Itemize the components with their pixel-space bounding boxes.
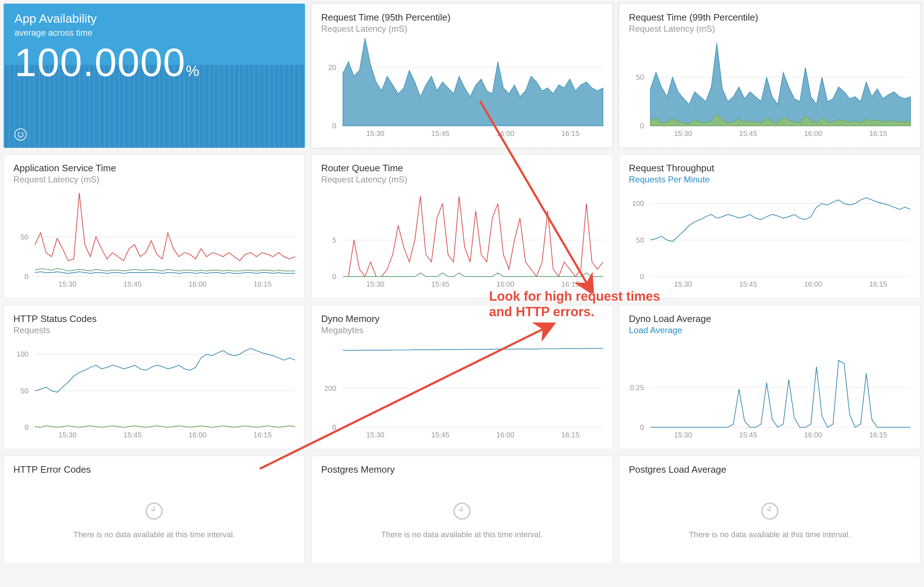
card-title: Postgres Load Average: [629, 464, 911, 475]
card-http-status-codes[interactable]: HTTP Status Codes Requests 05010015:3015…: [3, 305, 305, 449]
card-title: Request Time (95th Percentile): [321, 12, 603, 23]
clock-icon: [453, 503, 471, 520]
no-data-panel: There is no data available at this time …: [312, 503, 612, 539]
card-postgres-memory[interactable]: Postgres Memory There is no data availab…: [312, 456, 613, 564]
chart-request-time-95: 02015:3015:4516:0016:15: [321, 38, 603, 140]
card-title: Application Service Time: [13, 163, 295, 174]
no-data-panel: There is no data available at this time …: [4, 503, 305, 539]
card-postgres-load-average[interactable]: Postgres Load Average There is no data a…: [619, 456, 921, 564]
card-request-time-95[interactable]: Request Time (95th Percentile) Request L…: [312, 3, 613, 148]
clock-icon: [145, 503, 163, 520]
chart-router-queue: 0515:3015:4516:0016:15: [321, 189, 603, 291]
card-title: Dyno Load Average: [629, 313, 911, 324]
card-router-queue-time[interactable]: Router Queue Time Request Latency (mS) 0…: [312, 154, 613, 299]
card-request-time-99[interactable]: Request Time (99th Percentile) Request L…: [619, 3, 921, 148]
card-title: Dyno Memory: [321, 313, 603, 324]
card-title: HTTP Status Codes: [13, 313, 295, 324]
chart-http-codes: 05010015:3015:4516:0016:15: [13, 340, 295, 442]
chart-request-time-99: 05015:3015:4516:0016:15: [629, 38, 911, 140]
card-subtitle[interactable]: Requests Per Minute: [629, 174, 911, 184]
card-title: HTTP Error Codes: [13, 464, 295, 475]
card-title: Router Queue Time: [321, 163, 603, 174]
card-subtitle[interactable]: Load Average: [629, 325, 911, 335]
card-dyno-memory[interactable]: Dyno Memory Megabytes 020015:3015:4516:0…: [312, 305, 613, 449]
smile-icon: [15, 128, 27, 141]
card-title: Request Time (99th Percentile): [629, 12, 911, 23]
card-subtitle: Request Latency (mS): [629, 24, 911, 34]
no-data-panel: There is no data available at this time …: [619, 503, 920, 539]
card-subtitle: Request Latency (mS): [321, 24, 603, 34]
card-dyno-load-average[interactable]: Dyno Load Average Load Average 00.2515:3…: [619, 305, 921, 449]
availability-title: App Availability: [15, 12, 294, 26]
chart-dyno-load: 00.2515:3015:4516:0016:15: [629, 340, 911, 442]
card-subtitle: Request Latency (mS): [321, 174, 603, 184]
chart-throughput: 05010015:3015:4516:0016:15: [629, 189, 911, 291]
card-subtitle: Megabytes: [321, 325, 603, 335]
no-data-text: There is no data available at this time …: [619, 530, 920, 539]
availability-subtitle: average across time: [15, 28, 294, 38]
card-title: Request Throughput: [629, 163, 911, 174]
card-application-service-time[interactable]: Application Service Time Request Latency…: [3, 154, 305, 299]
card-app-availability[interactable]: App Availability average across time 100…: [3, 3, 305, 148]
card-request-throughput[interactable]: Request Throughput Requests Per Minute 0…: [619, 154, 921, 299]
no-data-text: There is no data available at this time …: [4, 530, 305, 539]
chart-app-service-time: 05015:3015:4516:0016:15: [13, 189, 295, 291]
card-subtitle: Requests: [13, 325, 295, 335]
card-title: Postgres Memory: [321, 464, 603, 475]
availability-value: 100.0000%: [15, 41, 294, 83]
card-http-error-codes[interactable]: HTTP Error Codes There is no data availa…: [3, 456, 305, 564]
clock-icon: [761, 503, 779, 520]
card-subtitle: Request Latency (mS): [13, 174, 295, 184]
no-data-text: There is no data available at this time …: [312, 530, 612, 539]
chart-dyno-memory: 020015:3015:4516:0016:15: [321, 340, 603, 442]
